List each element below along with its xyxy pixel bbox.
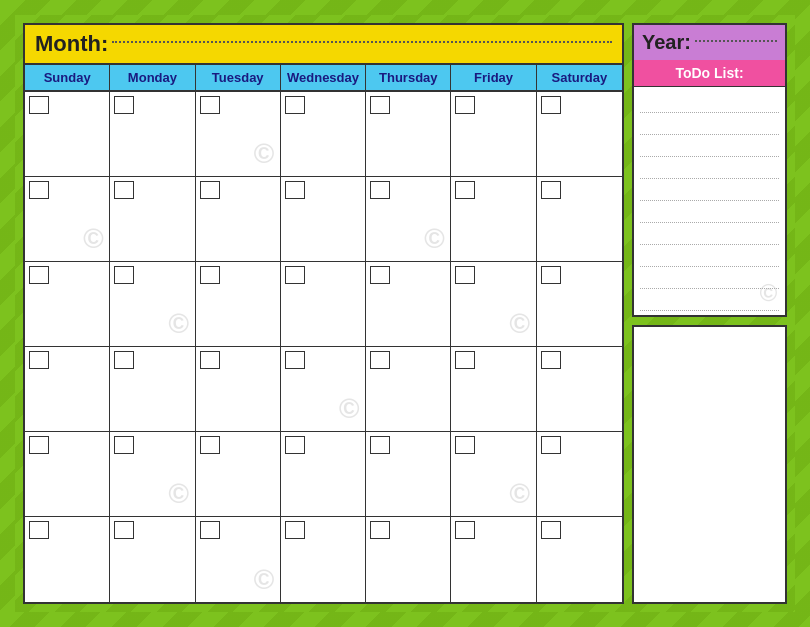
todo-line[interactable] <box>640 179 779 201</box>
calendar-cell[interactable] <box>537 347 622 432</box>
calendar-cell[interactable] <box>196 347 281 432</box>
watermark-icon: © <box>509 308 530 340</box>
calendar-cell[interactable]: © <box>196 517 281 602</box>
calendar-cell[interactable] <box>281 517 366 602</box>
month-dots <box>112 41 612 43</box>
calendar-cell[interactable] <box>281 432 366 517</box>
todo-line[interactable] <box>640 289 779 311</box>
calendar-cell[interactable] <box>451 517 536 602</box>
date-box <box>29 181 49 199</box>
calendar-cell[interactable] <box>25 347 110 432</box>
right-panel: Year: ToDo List: © <box>632 23 787 604</box>
day-header-monday: Monday <box>110 65 195 90</box>
calendar-cell[interactable]: © <box>451 262 536 347</box>
date-box <box>455 181 475 199</box>
day-header-friday: Friday <box>451 65 536 90</box>
calendar-cell[interactable] <box>366 517 451 602</box>
calendar-cell[interactable]: © <box>110 432 195 517</box>
calendar-cell[interactable] <box>281 262 366 347</box>
date-box <box>541 181 561 199</box>
date-box <box>114 351 134 369</box>
day-header-thursday: Thursday <box>366 65 451 90</box>
date-box <box>541 96 561 114</box>
date-box <box>29 521 49 539</box>
month-header: Month: <box>23 23 624 65</box>
date-box <box>285 266 305 284</box>
calendar-cell[interactable] <box>110 347 195 432</box>
date-box <box>114 96 134 114</box>
calendar-cell[interactable] <box>366 347 451 432</box>
calendar-cell[interactable]: © <box>366 177 451 262</box>
todo-line[interactable] <box>640 245 779 267</box>
calendar-cell[interactable] <box>196 177 281 262</box>
watermark-icon: © <box>253 138 274 170</box>
calendar-cell[interactable] <box>451 347 536 432</box>
date-box <box>455 436 475 454</box>
date-box <box>114 181 134 199</box>
year-dots <box>695 40 777 42</box>
todo-line[interactable] <box>640 157 779 179</box>
calendar-cell[interactable]: © <box>110 262 195 347</box>
date-box <box>29 96 49 114</box>
date-box <box>285 521 305 539</box>
date-box <box>455 96 475 114</box>
calendar-cell[interactable] <box>366 92 451 177</box>
calendar-cell[interactable]: © <box>196 92 281 177</box>
calendar-cell[interactable] <box>25 517 110 602</box>
calendar-cell[interactable] <box>451 92 536 177</box>
calendar-cell[interactable] <box>537 92 622 177</box>
watermark-icon: © <box>168 308 189 340</box>
date-box <box>200 266 220 284</box>
todo-line[interactable] <box>640 91 779 113</box>
date-box <box>114 266 134 284</box>
date-box <box>114 436 134 454</box>
calendar-cell[interactable] <box>25 92 110 177</box>
date-box <box>200 96 220 114</box>
calendar-grid: ©©©©©©©©© <box>23 92 624 604</box>
day-header-saturday: Saturday <box>537 65 622 90</box>
todo-line[interactable] <box>640 135 779 157</box>
date-box <box>200 521 220 539</box>
calendar-cell[interactable] <box>25 262 110 347</box>
date-box <box>455 351 475 369</box>
todo-header: ToDo List: <box>634 60 785 87</box>
calendar-cell[interactable] <box>366 262 451 347</box>
watermark-icon: © <box>83 223 104 255</box>
date-box <box>285 436 305 454</box>
todo-line[interactable] <box>640 113 779 135</box>
calendar-cell[interactable]: © <box>281 347 366 432</box>
calendar-cell[interactable] <box>196 262 281 347</box>
calendar-cell[interactable] <box>537 177 622 262</box>
calendar-cell[interactable]: © <box>25 177 110 262</box>
calendar-cell[interactable] <box>110 92 195 177</box>
date-box <box>541 436 561 454</box>
date-box <box>285 96 305 114</box>
calendar-cell[interactable] <box>281 177 366 262</box>
todo-line[interactable] <box>640 267 779 289</box>
calendar-cell[interactable] <box>110 177 195 262</box>
todo-line[interactable] <box>640 201 779 223</box>
calendar-cell[interactable] <box>110 517 195 602</box>
date-box <box>370 96 390 114</box>
calendar-cell[interactable] <box>281 92 366 177</box>
calendar-cell[interactable] <box>537 262 622 347</box>
watermark-icon: © <box>509 478 530 510</box>
calendar-cell[interactable] <box>537 432 622 517</box>
calendar-cell[interactable] <box>537 517 622 602</box>
todo-line[interactable] <box>640 223 779 245</box>
calendar-cell[interactable]: © <box>451 432 536 517</box>
date-box <box>200 436 220 454</box>
day-header-sunday: Sunday <box>25 65 110 90</box>
year-section: Year: ToDo List: © <box>632 23 787 317</box>
year-label: Year: <box>642 31 691 54</box>
date-box <box>370 266 390 284</box>
calendar-cell[interactable] <box>366 432 451 517</box>
date-box <box>541 266 561 284</box>
date-box <box>29 351 49 369</box>
date-box <box>29 266 49 284</box>
calendar-cell[interactable] <box>451 177 536 262</box>
date-box <box>29 436 49 454</box>
calendar-cell[interactable] <box>25 432 110 517</box>
notes-section <box>632 325 787 604</box>
calendar-cell[interactable] <box>196 432 281 517</box>
